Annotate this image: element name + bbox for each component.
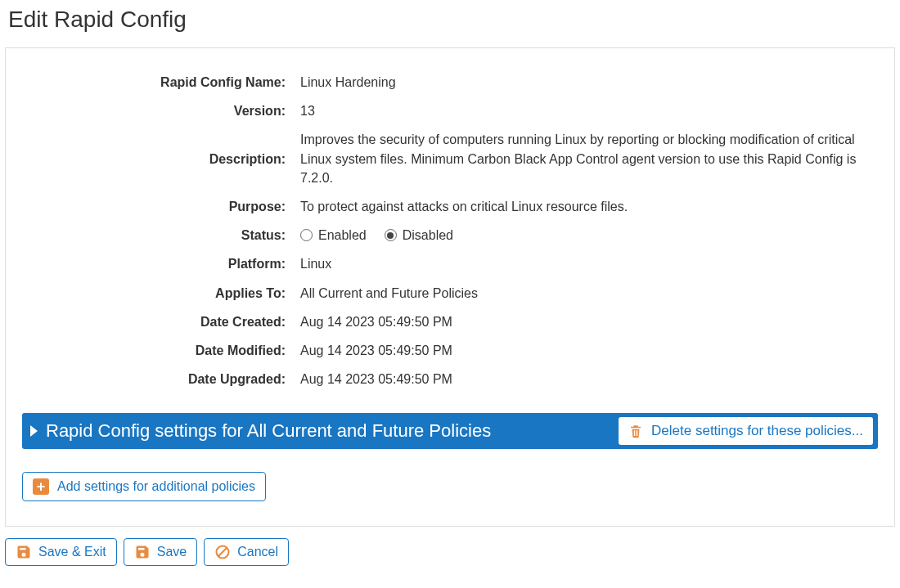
settings-bar: Rapid Config settings for All Current an…	[22, 413, 878, 449]
page-title: Edit Rapid Config	[8, 7, 900, 33]
save-label: Save	[157, 545, 187, 559]
value-date-modified: Aug 14 2023 05:49:50 PM	[300, 341, 878, 360]
save-exit-button[interactable]: Save & Exit	[5, 538, 117, 566]
main-panel: Rapid Config Name: Linux Hardening Versi…	[5, 47, 895, 527]
label-platform: Platform:	[22, 254, 300, 273]
settings-expand-toggle[interactable]: Rapid Config settings for All Current an…	[22, 413, 614, 449]
cancel-label: Cancel	[237, 545, 278, 559]
value-platform: Linux	[300, 254, 878, 273]
row-description: Description: Improves the security of co…	[22, 130, 878, 187]
row-purpose: Purpose: To protect against attacks on c…	[22, 197, 878, 216]
value-description: Improves the security of computers runni…	[300, 130, 878, 187]
chevron-right-icon	[30, 425, 38, 437]
delete-settings-button[interactable]: Delete settings for these policies...	[619, 417, 873, 445]
save-icon	[16, 544, 32, 560]
label-name: Rapid Config Name:	[22, 73, 300, 92]
row-platform: Platform: Linux	[22, 254, 878, 273]
status-enabled-radio[interactable]: Enabled	[300, 226, 367, 245]
radio-icon	[300, 229, 313, 241]
action-bar: Save & Exit Save Cancel	[5, 538, 895, 566]
save-button[interactable]: Save	[124, 538, 197, 566]
save-icon	[134, 544, 151, 560]
label-status: Status:	[22, 226, 300, 245]
label-date-created: Date Created:	[22, 312, 300, 331]
row-applies-to: Applies To: All Current and Future Polic…	[22, 284, 878, 303]
status-radio-group: Enabled Disabled	[300, 226, 878, 245]
save-exit-label: Save & Exit	[38, 545, 106, 559]
add-settings-button[interactable]: + Add settings for additional policies	[22, 472, 266, 501]
svg-line-1	[218, 548, 227, 556]
add-settings-label: Add settings for additional policies	[57, 479, 255, 494]
label-date-upgraded: Date Upgraded:	[22, 370, 300, 388]
value-applies-to: All Current and Future Policies	[300, 284, 878, 303]
cancel-button[interactable]: Cancel	[204, 538, 289, 566]
label-date-modified: Date Modified:	[22, 341, 300, 360]
label-description: Description:	[22, 150, 300, 168]
status-disabled-label: Disabled	[403, 226, 453, 245]
value-name: Linux Hardening	[300, 73, 878, 92]
cancel-icon	[214, 544, 231, 560]
row-date-created: Date Created: Aug 14 2023 05:49:50 PM	[22, 312, 878, 331]
delete-settings-label: Delete settings for these policies...	[651, 423, 863, 439]
row-status: Status: Enabled Disabled	[22, 226, 878, 245]
row-date-modified: Date Modified: Aug 14 2023 05:49:50 PM	[22, 341, 878, 360]
row-version: Version: 13	[22, 101, 878, 120]
value-date-created: Aug 14 2023 05:49:50 PM	[300, 312, 878, 331]
row-name: Rapid Config Name: Linux Hardening	[22, 73, 878, 92]
trash-icon	[628, 423, 643, 439]
value-purpose: To protect against attacks on critical L…	[300, 197, 878, 216]
label-version: Version:	[22, 101, 300, 120]
value-date-upgraded: Aug 14 2023 05:49:50 PM	[300, 370, 878, 388]
plus-icon: +	[33, 478, 49, 495]
status-disabled-radio[interactable]: Disabled	[385, 226, 453, 245]
label-applies-to: Applies To:	[22, 284, 300, 303]
radio-icon-selected	[385, 229, 397, 241]
row-date-upgraded: Date Upgraded: Aug 14 2023 05:49:50 PM	[22, 370, 878, 388]
settings-bar-title: Rapid Config settings for All Current an…	[46, 420, 491, 442]
label-purpose: Purpose:	[22, 197, 300, 216]
value-version: 13	[300, 101, 878, 120]
status-enabled-label: Enabled	[318, 226, 367, 245]
